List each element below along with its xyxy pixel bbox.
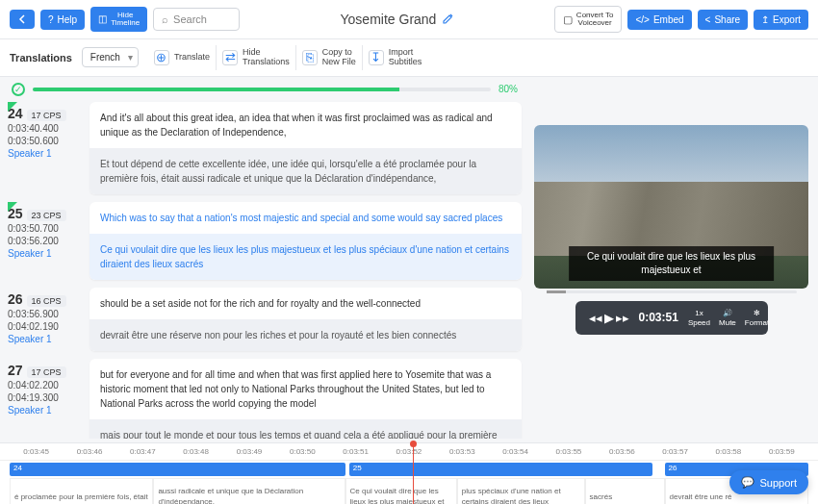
page-title: Yosemite Grand [245,12,549,27]
header: ? Help ◫ Hide Timeline ⌕Search Yosemite … [0,0,818,39]
segment[interactable]: 2616 CPS0:03:56.9000:04:02.190Speaker 1s… [8,288,522,351]
timeline-tick: 0:03:59 [755,447,808,456]
segment-original[interactable]: should be a set aside not for the rich a… [89,288,522,319]
share-icon: < [705,14,711,25]
playback-time: 0:03:51 [639,311,678,324]
speed-button[interactable]: 1xSpeed [688,309,710,327]
hide-timeline-button[interactable]: ◫ Hide Timeline [90,7,147,32]
forward-icon[interactable]: ▸▸ [616,311,629,325]
import-subtitles-button[interactable]: ↧Import Subtitles [363,45,428,70]
translate-icon: ⇄ [222,50,238,65]
timeline-clip[interactable]: 24 [10,463,345,476]
playhead[interactable] [413,443,414,504]
subtitle-panel: ✓ 80% 2417 CPS0:03:40.4000:03:50.600Spea… [0,77,529,442]
segment[interactable]: 2717 CPS0:04:02.2000:04:19.300Speaker 1b… [8,359,522,439]
segment-end: 0:03:56.200 [8,236,80,246]
timeline-text-cell[interactable]: é proclamée pour la première fois, était [10,478,153,504]
timeline-tick: 0:03:53 [436,447,489,456]
convert-voiceover-button[interactable]: ▢ Convert To Voiceover [554,6,623,33]
timeline-text-cell[interactable]: plus spéciaux d'une nation et certains d… [457,478,585,504]
search-icon: ⌕ [162,13,168,25]
segment-speaker[interactable]: Speaker 1 [8,148,80,159]
cps-badge: 17 CPS [27,110,66,121]
segment-start: 0:04:02.200 [8,380,80,391]
share-button[interactable]: < Share [698,10,749,30]
timeline-tick: 0:03:48 [169,447,222,456]
format-button[interactable]: ✻Format [745,309,769,327]
segment-number: 26 [8,291,23,307]
translations-toolbar: Translations French ⊕Translate ⇄Hide Tra… [0,39,818,77]
timeline-tick: 0:03:49 [222,447,275,456]
back-button[interactable] [10,10,35,29]
video-preview[interactable]: Ce qui voulait dire que les lieux les pl… [534,125,808,289]
segment-number: 27 [8,363,23,378]
segment-meta: 2417 CPS0:03:40.4000:03:50.600Speaker 1 [8,102,80,194]
segment-translation[interactable]: Ce qui voulait dire que les lieux les pl… [89,234,522,280]
timeline-tick: 0:03:45 [10,447,63,456]
segment-original[interactable]: Which was to say that a nation's most ma… [89,202,522,234]
export-icon: ↥ [761,14,769,25]
timeline-track-clips[interactable]: 24 25 26 [10,463,808,476]
timeline-tick: 0:03:51 [329,447,382,456]
segment-translation[interactable]: devrait être une réserve non pour les ri… [89,319,522,351]
segment-body[interactable]: but for everyone and for all time and wh… [89,359,522,439]
segment-original[interactable]: but for everyone and for all time and wh… [89,359,522,419]
segment-meta: 2616 CPS0:03:56.9000:04:02.190Speaker 1 [8,288,80,351]
cps-badge: 16 CPS [27,295,66,307]
progress-row: ✓ 80% [0,77,529,102]
segment-original[interactable]: And it's all about this great idea, an i… [89,102,522,148]
search-input[interactable]: ⌕Search [153,8,240,31]
segment-speaker[interactable]: Speaker 1 [8,248,80,259]
progress-bar[interactable] [33,88,491,91]
export-button[interactable]: ↥ Export [754,10,808,30]
chat-icon: 💬 [741,476,754,489]
segment-meta: 2523 CPS0:03:50.7000:03:56.200Speaker 1 [8,202,80,280]
segment-translation[interactable]: Et tout dépend de cette excellente idée,… [89,148,522,194]
plus-icon: ⊕ [154,50,169,65]
video-scrub[interactable] [547,290,797,293]
copy-icon: ⎘ [302,50,318,65]
embed-button[interactable]: </> Embed [627,10,691,30]
arrow-left-icon [17,14,27,24]
support-button[interactable]: 💬Support [729,470,808,494]
segment-speaker[interactable]: Speaker 1 [8,405,80,416]
language-select[interactable]: French [82,47,139,67]
segment-start: 0:03:40.400 [8,123,80,134]
timeline-text-cell[interactable]: sacrés [585,478,665,504]
play-icon[interactable]: ▶ [604,311,614,325]
translations-label: Translations [10,52,72,63]
timeline-text-cell[interactable]: Ce qui voulait dire que les lieux les pl… [345,478,457,504]
timeline-track-text[interactable]: é proclamée pour la première fois, était… [10,478,808,504]
timeline-tick: 0:03:50 [276,447,329,456]
timeline-ruler: 0:03:450:03:460:03:470:03:480:03:490:03:… [0,443,818,461]
edit-icon[interactable] [442,13,453,25]
rewind-icon[interactable]: ◂◂ [589,311,602,325]
check-icon: ✓ [12,83,25,96]
timeline-text-cell[interactable]: aussi radicale et unique que la Déclarat… [153,478,345,504]
gear-icon: ✻ [754,309,760,317]
mute-button[interactable]: 🔊Mute [719,309,736,327]
segment-end: 0:04:02.190 [8,321,80,332]
translate-button[interactable]: ⊕Translate [148,45,217,70]
segment-translation[interactable]: mais pour tout le monde et pour tous les… [89,419,522,439]
segment-speaker[interactable]: Speaker 1 [8,334,80,344]
segment[interactable]: 2417 CPS0:03:40.4000:03:50.600Speaker 1A… [8,102,522,194]
segment-body[interactable]: Which was to say that a nation's most ma… [89,202,522,280]
timeline-icon: ◫ [98,14,107,24]
timeline-tick: 0:03:52 [382,447,435,456]
main: ✓ 80% 2417 CPS0:03:40.4000:03:50.600Spea… [0,77,818,442]
timeline[interactable]: 0:03:450:03:460:03:470:03:480:03:490:03:… [0,442,818,504]
segment-body[interactable]: And it's all about this great idea, an i… [89,102,522,194]
copy-new-file-button[interactable]: ⎘Copy to New File [296,45,363,70]
timeline-tick: 0:03:55 [542,447,595,456]
video-caption: Ce qui voulait dire que les lieux les pl… [569,246,775,281]
segments-list[interactable]: 2417 CPS0:03:40.4000:03:50.600Speaker 1A… [0,102,529,439]
help-button[interactable]: ? Help [40,10,85,30]
hide-translations-button[interactable]: ⇄Hide Translations [217,45,296,70]
segment[interactable]: 2523 CPS0:03:50.7000:03:56.200Speaker 1W… [8,202,522,280]
import-icon: ↧ [369,50,384,65]
timeline-clip[interactable]: 25 [349,463,652,476]
timeline-tick: 0:03:46 [63,447,115,456]
segment-body[interactable]: should be a set aside not for the rich a… [89,288,522,351]
volume-icon: 🔊 [723,309,732,317]
